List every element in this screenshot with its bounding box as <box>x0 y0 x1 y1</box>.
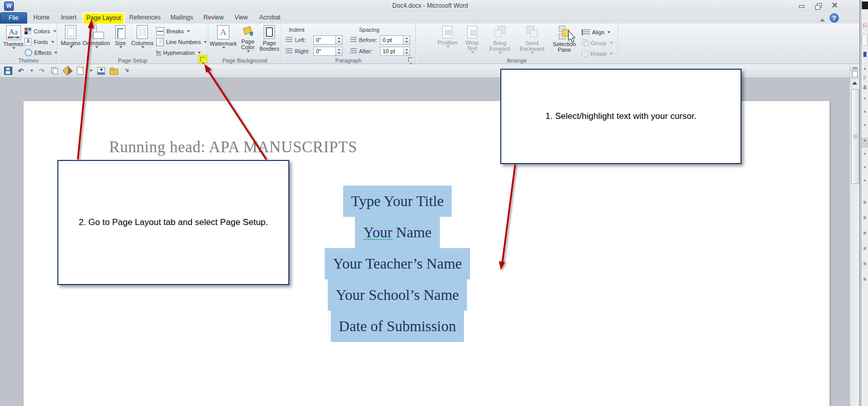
dropdown-arrow-icon <box>53 30 56 32</box>
size-icon <box>115 25 125 39</box>
theme-effects-label: Effects <box>34 50 51 56</box>
page-borders-button[interactable]: Page Borders <box>259 25 280 52</box>
orientation-button[interactable]: Orientation <box>82 25 111 48</box>
new-document-icon <box>77 67 83 75</box>
page-break-button[interactable] <box>97 67 105 75</box>
group-label-paragraph: Paragraph <box>282 57 415 64</box>
indent-section-label: Indent <box>289 27 305 33</box>
save-icon <box>4 67 12 75</box>
gear-icon[interactable]: * <box>861 97 868 103</box>
format-painter-button[interactable] <box>63 67 72 75</box>
new-document-button[interactable] <box>76 67 84 75</box>
tab-references[interactable]: References <box>126 12 163 24</box>
split-window-handle[interactable] <box>850 65 859 70</box>
menu-lines-icon[interactable]: ≡ <box>861 215 868 220</box>
indent-left-stepper[interactable] <box>336 35 343 45</box>
tab-review[interactable]: Review <box>199 12 228 24</box>
theme-fonts-label: Fonts <box>34 39 48 45</box>
selection-pane-button[interactable]: Selection Pane <box>550 26 579 53</box>
menu-lines-icon[interactable]: ≡ <box>861 277 868 282</box>
line-numbers-button[interactable]: Line Numbers <box>156 37 207 47</box>
dropdown-arrow-icon <box>187 30 190 32</box>
tab-page-layout[interactable]: Page Layout <box>82 12 125 24</box>
spacing-after-label: After: <box>359 48 372 54</box>
send-backward-label: Send Backward <box>516 40 548 52</box>
page-borders-label: Page Borders <box>259 40 280 52</box>
selection-pane-icon <box>558 26 571 40</box>
bullet-icon: • <box>861 67 868 72</box>
spacing-before-input[interactable]: 0 pt <box>380 35 404 45</box>
gear-icon[interactable]: * <box>861 124 868 129</box>
gear-icon[interactable]: * <box>861 179 868 185</box>
adjacent-blue-icon[interactable] <box>863 52 866 57</box>
ruler-toggle-button[interactable] <box>850 70 859 79</box>
gear-icon[interactable]: * <box>861 111 868 116</box>
collapse-ribbon-button[interactable] <box>818 14 827 22</box>
spacing-after-stepper[interactable] <box>404 47 410 56</box>
undo-dropdown-icon[interactable] <box>30 70 33 72</box>
open-button[interactable] <box>110 67 118 75</box>
align-button[interactable]: Align <box>582 27 610 37</box>
breaks-button[interactable]: Breaks <box>156 26 190 36</box>
gear-icon-selected[interactable]: * <box>861 137 868 148</box>
help-button[interactable]: ? <box>830 13 839 23</box>
tab-insert[interactable]: Insert <box>56 12 81 24</box>
vertical-scrollbar <box>850 65 859 406</box>
title-bar: W Doc4.docx - Microsoft Word <box>0 0 860 12</box>
minimize-button[interactable] <box>795 2 809 10</box>
running-head-text[interactable]: Running head: APA MANUSCRIPTS <box>109 138 357 156</box>
theme-fonts-icon: A <box>25 38 32 46</box>
menu-lines-icon[interactable]: ≡ <box>861 246 868 251</box>
group-button: Group <box>582 38 613 48</box>
scrollbar-thumb[interactable] <box>851 89 859 184</box>
save-button[interactable] <box>4 67 12 75</box>
menu-lines-icon[interactable]: ≡ <box>861 200 868 205</box>
margins-button[interactable]: Margins <box>60 25 81 48</box>
wrap-text-label: Wrap Text <box>461 40 483 51</box>
hyphenation-button[interactable]: bc Hyphenation <box>156 48 201 57</box>
page-color-button[interactable]: Page Color <box>237 25 259 52</box>
breaks-label: Breaks <box>166 28 184 34</box>
copy-button[interactable] <box>50 67 59 75</box>
scroll-up-button[interactable] <box>850 79 859 87</box>
new-document-dropdown-icon[interactable] <box>90 70 93 72</box>
gear-icon[interactable]: * <box>861 153 868 158</box>
selected-line[interactable]: Date of Submission <box>24 311 771 342</box>
page-borders-icon <box>264 25 275 39</box>
customize-qat-button[interactable] <box>122 67 131 75</box>
open-folder-icon <box>110 69 118 75</box>
watermark-button[interactable]: A Watermark <box>210 25 236 49</box>
dropdown-arrow-icon <box>51 41 54 43</box>
spacing-before-label: Before: <box>359 37 377 43</box>
restore-button[interactable] <box>811 2 825 10</box>
adjacent-button-icon[interactable] <box>862 34 867 46</box>
tab-view[interactable]: View <box>230 12 252 24</box>
columns-button[interactable]: Columns <box>130 25 155 48</box>
redo-button[interactable]: ↷ <box>37 67 46 75</box>
indent-left-input[interactable]: 0" <box>313 35 336 45</box>
indent-right-input[interactable]: 0" <box>313 47 336 56</box>
position-icon <box>442 26 453 38</box>
margins-label: Margins <box>60 40 80 46</box>
tab-mailings[interactable]: Mailings <box>166 12 198 24</box>
ribbon: Aa Themes Colors A Fonts Effects Themes <box>0 24 860 64</box>
spacing-before-stepper[interactable] <box>404 35 410 45</box>
theme-effects-button[interactable]: Effects <box>25 48 57 57</box>
indent-left-icon <box>286 37 292 43</box>
close-button[interactable] <box>828 2 841 10</box>
undo-button[interactable]: ↶ <box>16 67 25 75</box>
themes-button[interactable]: Aa Themes <box>3 25 24 49</box>
spacing-after-input[interactable]: 10 pt <box>380 47 404 56</box>
indent-right-stepper[interactable] <box>336 47 343 56</box>
tab-home[interactable]: Home <box>29 12 54 24</box>
dropdown-arrow-icon <box>119 46 122 48</box>
menu-lines-icon[interactable]: ≡ <box>861 261 868 267</box>
tab-acrobat[interactable]: Acrobat <box>255 12 285 24</box>
size-button[interactable]: Size <box>112 25 129 48</box>
adjacent-window-icon <box>862 2 868 9</box>
theme-fonts-button[interactable]: A Fonts <box>25 37 54 47</box>
tab-file[interactable]: File <box>0 12 27 24</box>
menu-lines-icon[interactable]: ≡ <box>861 231 868 236</box>
theme-colors-button[interactable]: Colors <box>25 26 56 36</box>
gear-icon[interactable]: * <box>861 166 868 171</box>
